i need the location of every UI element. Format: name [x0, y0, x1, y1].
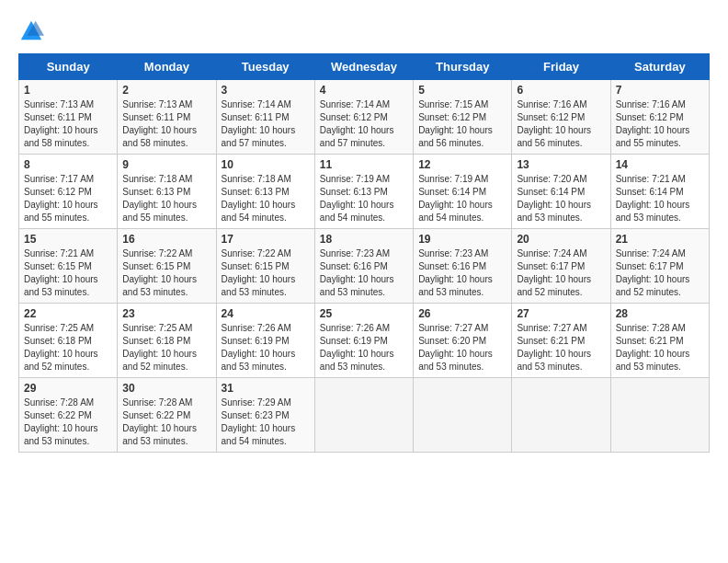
day-number: 31 [222, 382, 310, 395]
calendar-cell: 21Sunrise: 7:24 AMSunset: 6:17 PMDayligh… [610, 229, 709, 304]
day-info: Sunrise: 7:21 AMSunset: 6:15 PMDaylight:… [24, 247, 112, 299]
calendar-cell: 2Sunrise: 7:13 AMSunset: 6:11 PMDaylight… [118, 80, 216, 155]
weekday-header-wednesday: Wednesday [314, 54, 413, 80]
day-info: Sunrise: 7:22 AMSunset: 6:15 PMDaylight:… [122, 247, 210, 299]
calendar-cell: 6Sunrise: 7:16 AMSunset: 6:12 PMDaylight… [512, 80, 610, 155]
day-info: Sunrise: 7:28 AMSunset: 6:22 PMDaylight:… [24, 396, 112, 448]
day-info: Sunrise: 7:18 AMSunset: 6:13 PMDaylight:… [222, 173, 310, 224]
day-info: Sunrise: 7:14 AMSunset: 6:12 PMDaylight:… [320, 98, 408, 150]
day-info: Sunrise: 7:16 AMSunset: 6:12 PMDaylight:… [616, 98, 704, 150]
calendar-cell [314, 378, 413, 453]
day-number: 11 [320, 158, 408, 171]
day-info: Sunrise: 7:16 AMSunset: 6:12 PMDaylight:… [517, 98, 605, 150]
day-info: Sunrise: 7:25 AMSunset: 6:18 PMDaylight:… [122, 322, 210, 373]
logo [18, 18, 44, 44]
calendar-cell: 18Sunrise: 7:23 AMSunset: 6:16 PMDayligh… [314, 229, 413, 304]
day-info: Sunrise: 7:26 AMSunset: 6:19 PMDaylight:… [320, 322, 408, 373]
calendar-cell: 22Sunrise: 7:25 AMSunset: 6:18 PMDayligh… [19, 304, 118, 378]
day-info: Sunrise: 7:19 AMSunset: 6:14 PMDaylight:… [418, 173, 506, 224]
weekday-header-saturday: Saturday [610, 54, 709, 80]
day-number: 19 [418, 233, 506, 246]
calendar-cell: 23Sunrise: 7:25 AMSunset: 6:18 PMDayligh… [118, 304, 216, 378]
day-info: Sunrise: 7:13 AMSunset: 6:11 PMDaylight:… [24, 98, 112, 150]
day-number: 7 [616, 84, 704, 97]
day-info: Sunrise: 7:20 AMSunset: 6:14 PMDaylight:… [517, 173, 605, 224]
calendar-cell: 24Sunrise: 7:26 AMSunset: 6:19 PMDayligh… [216, 304, 314, 378]
day-info: Sunrise: 7:25 AMSunset: 6:18 PMDaylight:… [24, 322, 112, 373]
calendar-cell: 27Sunrise: 7:27 AMSunset: 6:21 PMDayligh… [512, 304, 610, 378]
calendar-cell: 31Sunrise: 7:29 AMSunset: 6:23 PMDayligh… [216, 378, 314, 453]
calendar-cell [610, 378, 709, 453]
day-number: 2 [122, 84, 210, 97]
calendar-cell [512, 378, 610, 453]
day-info: Sunrise: 7:23 AMSunset: 6:16 PMDaylight:… [418, 247, 506, 299]
calendar-cell: 5Sunrise: 7:15 AMSunset: 6:12 PMDaylight… [414, 80, 512, 155]
calendar-cell: 15Sunrise: 7:21 AMSunset: 6:15 PMDayligh… [19, 229, 118, 304]
weekday-header-friday: Friday [512, 54, 610, 80]
day-number: 30 [122, 382, 210, 395]
calendar-cell: 25Sunrise: 7:26 AMSunset: 6:19 PMDayligh… [314, 304, 413, 378]
day-number: 9 [122, 158, 210, 171]
day-number: 5 [418, 84, 506, 97]
calendar-cell: 4Sunrise: 7:14 AMSunset: 6:12 PMDaylight… [314, 80, 413, 155]
day-info: Sunrise: 7:21 AMSunset: 6:14 PMDaylight:… [616, 173, 704, 224]
calendar-cell: 19Sunrise: 7:23 AMSunset: 6:16 PMDayligh… [414, 229, 512, 304]
day-number: 10 [222, 158, 310, 171]
day-number: 4 [320, 84, 408, 97]
day-info: Sunrise: 7:13 AMSunset: 6:11 PMDaylight:… [122, 98, 210, 150]
day-info: Sunrise: 7:24 AMSunset: 6:17 PMDaylight:… [517, 247, 605, 299]
calendar-cell: 16Sunrise: 7:22 AMSunset: 6:15 PMDayligh… [118, 229, 216, 304]
day-number: 14 [616, 158, 704, 171]
day-info: Sunrise: 7:26 AMSunset: 6:19 PMDaylight:… [222, 322, 310, 373]
day-number: 24 [222, 307, 310, 320]
day-number: 1 [24, 84, 112, 97]
header [18, 18, 710, 44]
weekday-header-thursday: Thursday [414, 54, 512, 80]
week-row-5: 29Sunrise: 7:28 AMSunset: 6:22 PMDayligh… [19, 378, 710, 453]
day-info: Sunrise: 7:22 AMSunset: 6:15 PMDaylight:… [222, 247, 310, 299]
calendar-cell: 28Sunrise: 7:28 AMSunset: 6:21 PMDayligh… [610, 304, 709, 378]
calendar-cell: 30Sunrise: 7:28 AMSunset: 6:22 PMDayligh… [118, 378, 216, 453]
calendar-cell: 7Sunrise: 7:16 AMSunset: 6:12 PMDaylight… [610, 80, 709, 155]
day-number: 17 [222, 233, 310, 246]
calendar-cell: 1Sunrise: 7:13 AMSunset: 6:11 PMDaylight… [19, 80, 118, 155]
day-info: Sunrise: 7:17 AMSunset: 6:12 PMDaylight:… [24, 173, 112, 224]
weekday-header-row: SundayMondayTuesdayWednesdayThursdayFrid… [19, 54, 710, 80]
day-info: Sunrise: 7:19 AMSunset: 6:13 PMDaylight:… [320, 173, 408, 224]
day-number: 3 [222, 84, 310, 97]
weekday-header-monday: Monday [118, 54, 216, 80]
day-info: Sunrise: 7:28 AMSunset: 6:22 PMDaylight:… [122, 396, 210, 448]
day-number: 23 [122, 307, 210, 320]
day-number: 6 [517, 84, 605, 97]
logo-icon [18, 18, 44, 44]
calendar-cell: 13Sunrise: 7:20 AMSunset: 6:14 PMDayligh… [512, 155, 610, 229]
calendar-cell: 20Sunrise: 7:24 AMSunset: 6:17 PMDayligh… [512, 229, 610, 304]
calendar-cell: 14Sunrise: 7:21 AMSunset: 6:14 PMDayligh… [610, 155, 709, 229]
weekday-header-tuesday: Tuesday [216, 54, 314, 80]
week-row-4: 22Sunrise: 7:25 AMSunset: 6:18 PMDayligh… [19, 304, 710, 378]
day-number: 18 [320, 233, 408, 246]
day-number: 29 [24, 382, 112, 395]
day-number: 26 [418, 307, 506, 320]
day-number: 16 [122, 233, 210, 246]
calendar-cell [414, 378, 512, 453]
calendar-cell: 10Sunrise: 7:18 AMSunset: 6:13 PMDayligh… [216, 155, 314, 229]
calendar-cell: 11Sunrise: 7:19 AMSunset: 6:13 PMDayligh… [314, 155, 413, 229]
day-number: 20 [517, 233, 605, 246]
weekday-header-sunday: Sunday [19, 54, 118, 80]
day-info: Sunrise: 7:27 AMSunset: 6:20 PMDaylight:… [418, 322, 506, 373]
calendar-cell: 3Sunrise: 7:14 AMSunset: 6:11 PMDaylight… [216, 80, 314, 155]
day-info: Sunrise: 7:15 AMSunset: 6:12 PMDaylight:… [418, 98, 506, 150]
day-number: 27 [517, 307, 605, 320]
day-number: 25 [320, 307, 408, 320]
calendar-cell: 17Sunrise: 7:22 AMSunset: 6:15 PMDayligh… [216, 229, 314, 304]
day-number: 21 [616, 233, 704, 246]
day-info: Sunrise: 7:27 AMSunset: 6:21 PMDaylight:… [517, 322, 605, 373]
day-info: Sunrise: 7:29 AMSunset: 6:23 PMDaylight:… [222, 396, 310, 448]
day-number: 13 [517, 158, 605, 171]
calendar-cell: 12Sunrise: 7:19 AMSunset: 6:14 PMDayligh… [414, 155, 512, 229]
calendar-cell: 8Sunrise: 7:17 AMSunset: 6:12 PMDaylight… [19, 155, 118, 229]
day-number: 15 [24, 233, 112, 246]
day-info: Sunrise: 7:28 AMSunset: 6:21 PMDaylight:… [616, 322, 704, 373]
day-number: 22 [24, 307, 112, 320]
